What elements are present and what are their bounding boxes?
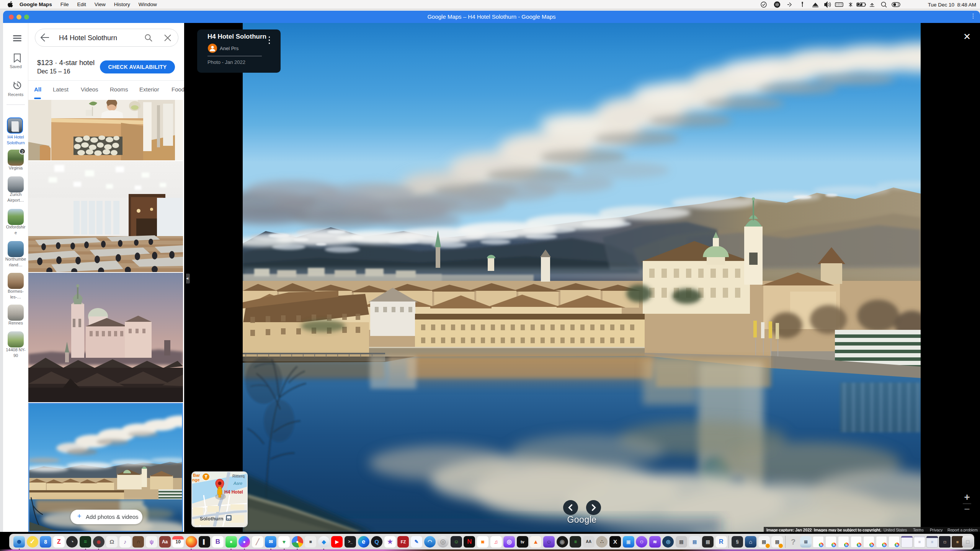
svg-text:Bar: Bar [193,473,200,478]
svg-text:nge: nge [192,478,200,482]
svg-text:Solothurn: Solothurn [200,516,223,522]
svg-text:Ritterq: Ritterq [232,474,245,478]
svg-text:Aare: Aare [233,481,242,486]
svg-text:H4 Hotel: H4 Hotel [224,489,243,495]
